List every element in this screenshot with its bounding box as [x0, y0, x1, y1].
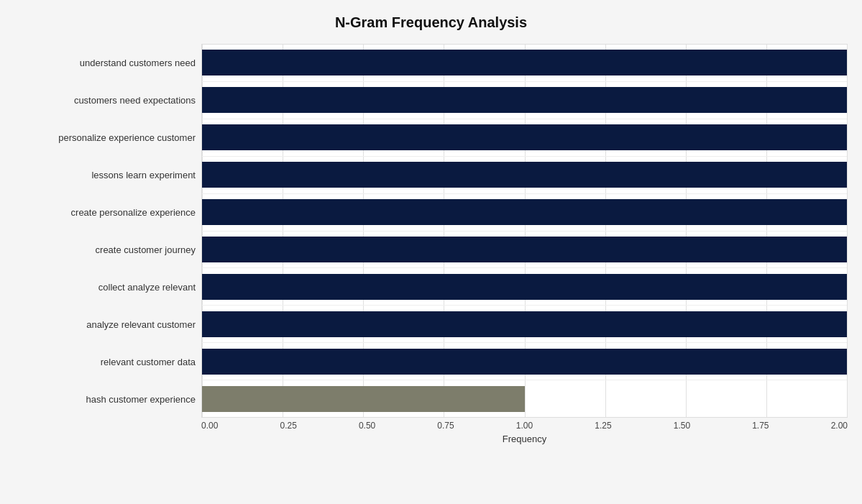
- y-label: relevant customer data: [14, 343, 201, 380]
- x-tick: 0.25: [280, 421, 296, 431]
- y-label: create customer journey: [14, 231, 201, 268]
- bar: [202, 349, 847, 375]
- bar: [202, 162, 847, 188]
- bar: [202, 124, 847, 150]
- chart-title: N-Gram Frequency Analysis: [14, 14, 848, 31]
- y-label: lessons learn experiment: [14, 156, 201, 193]
- bar-row: [202, 82, 847, 119]
- y-label: create personalize experience: [14, 193, 201, 231]
- x-tick: 1.25: [595, 421, 611, 431]
- bar-row: [202, 157, 847, 194]
- x-axis: 0.000.250.500.751.001.251.501.752.00: [201, 421, 848, 431]
- y-labels: understand customers needcustomers need …: [14, 44, 201, 418]
- y-label: understand customers need: [14, 44, 201, 81]
- plot-area: [201, 44, 848, 418]
- x-axis-label: Frequency: [201, 434, 848, 444]
- bar-row: [202, 232, 847, 269]
- chart-area: understand customers needcustomers need …: [14, 44, 848, 418]
- y-label: customers need expectations: [14, 81, 201, 119]
- x-tick: 1.50: [674, 421, 690, 431]
- bar-row: [202, 45, 847, 82]
- y-label: hash customer experience: [14, 380, 201, 418]
- y-label: analyze relevant customer: [14, 306, 201, 343]
- bar: [202, 50, 847, 75]
- x-tick: 2.00: [831, 421, 848, 431]
- bar-row: [202, 380, 847, 417]
- bar-row: [202, 119, 847, 157]
- y-label: collect analyze relevant: [14, 268, 201, 306]
- bar: [202, 237, 847, 262]
- x-tick: 0.75: [437, 421, 454, 431]
- bar-row: [202, 268, 847, 306]
- grid-line: [847, 45, 848, 417]
- x-tick: 0.00: [201, 421, 218, 431]
- bar: [202, 311, 847, 337]
- bars-section: understand customers needcustomers need …: [14, 44, 848, 418]
- bar-row: [202, 306, 847, 343]
- x-tick: 0.50: [359, 421, 375, 431]
- bar-row: [202, 343, 847, 380]
- y-label: personalize experience customer: [14, 119, 201, 156]
- bar: [202, 386, 525, 412]
- x-tick: 1.75: [752, 421, 769, 431]
- bar: [202, 199, 847, 225]
- chart-container: N-Gram Frequency Analysis understand cus…: [0, 0, 862, 504]
- bar: [202, 87, 847, 113]
- bar: [202, 274, 847, 300]
- x-tick: 1.00: [516, 421, 533, 431]
- bar-row: [202, 194, 847, 232]
